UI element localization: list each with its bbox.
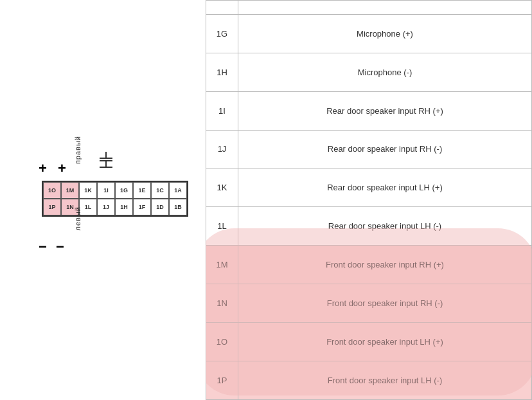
desc-cell xyxy=(238,1,532,15)
pin-cell: 1L xyxy=(206,207,238,246)
desc-cell: Front door speaker input RH (-) xyxy=(238,284,532,323)
minus-bottom-right: − xyxy=(56,239,64,255)
label-left: левый xyxy=(74,206,82,230)
table-row-highlighted: 1P Front door speaker input LH (-) xyxy=(206,361,532,399)
desc-cell: Front door speaker input LH (+) xyxy=(238,323,532,361)
desc-cell: Rear door speaker input RH (+) xyxy=(238,91,532,130)
desc-cell: Front door speaker input LH (-) xyxy=(238,361,532,399)
antenna-symbol xyxy=(96,152,116,173)
table-row: 1G Microphone (+) xyxy=(206,14,532,53)
plus-top-right: + xyxy=(58,160,66,177)
pin-cell: 1P xyxy=(206,361,238,399)
cell-1G: 1G xyxy=(115,182,133,199)
cell-1J: 1J xyxy=(97,199,115,215)
desc-cell: Rear door speaker input RH (-) xyxy=(238,130,532,168)
table-row-highlighted: 1M Front door speaker input RH (+) xyxy=(206,246,532,284)
pin-cell: 1N xyxy=(206,284,238,323)
desc-cell: Front door speaker input RH (+) xyxy=(238,246,532,284)
pin-table: 1G Microphone (+) 1H Microphone (-) 1I R… xyxy=(206,0,532,400)
cell-1H: 1H xyxy=(115,199,133,215)
connector-block: 1O 1M 1K 1I 1G 1E 1C 1A 1P 1N 1L 1J 1H 1… xyxy=(42,181,188,217)
cell-1D: 1D xyxy=(151,199,169,215)
page-container: правый + + 1O 1M 1K 1 xyxy=(0,0,532,400)
cell-1C: 1C xyxy=(151,182,169,199)
pin-cell: 1I xyxy=(206,91,238,130)
table-row: 1J Rear door speaker input RH (-) xyxy=(206,130,532,168)
pin-cell: 1H xyxy=(206,53,238,91)
table-row xyxy=(206,1,532,15)
pin-cell: 1G xyxy=(206,14,238,53)
connector-row-top: 1O 1M 1K 1I 1G 1E 1C 1A xyxy=(43,182,187,199)
cell-1B: 1B xyxy=(169,199,187,215)
label-right: правый xyxy=(74,136,82,164)
table-row: 1L Rear door speaker input LH (-) xyxy=(206,207,532,246)
table-row-highlighted: 1O Front door speaker input LH (+) xyxy=(206,323,532,361)
connector-row-bottom: 1P 1N 1L 1J 1H 1F 1D 1B xyxy=(43,199,187,215)
cell-1M: 1M xyxy=(61,182,79,199)
cell-1A: 1A xyxy=(169,182,187,199)
pin-cell: 1M xyxy=(206,246,238,284)
pin-cell: 1J xyxy=(206,130,238,168)
table-row-highlighted: 1N Front door speaker input RH (-) xyxy=(206,284,532,323)
table-row: 1I Rear door speaker input RH (+) xyxy=(206,91,532,130)
connector-diagram: правый + + 1O 1M 1K 1 xyxy=(22,116,183,296)
cell-1K: 1K xyxy=(79,182,97,199)
cell-1L: 1L xyxy=(79,199,97,215)
cell-1I: 1I xyxy=(97,182,115,199)
cell-1F: 1F xyxy=(133,199,151,215)
diagram-area: правый + + 1O 1M 1K 1 xyxy=(0,0,206,400)
pin-cell: 1O xyxy=(206,323,238,361)
desc-cell: Rear door speaker input LH (-) xyxy=(238,207,532,246)
table-area: 1G Microphone (+) 1H Microphone (-) 1I R… xyxy=(206,0,532,400)
table-row: 1H Microphone (-) xyxy=(206,53,532,91)
desc-cell: Microphone (-) xyxy=(238,53,532,91)
cell-1P: 1P xyxy=(43,199,61,215)
desc-cell: Rear door speaker input LH (+) xyxy=(238,168,532,207)
desc-cell: Microphone (+) xyxy=(238,14,532,53)
table-row: 1K Rear door speaker input LH (+) xyxy=(206,168,532,207)
pin-cell xyxy=(206,1,238,15)
cell-1O: 1O xyxy=(43,182,61,199)
minus-bottom-left: − xyxy=(39,239,47,255)
cell-1E: 1E xyxy=(133,182,151,199)
plus-top-left: + xyxy=(39,160,47,177)
pin-cell: 1K xyxy=(206,168,238,207)
